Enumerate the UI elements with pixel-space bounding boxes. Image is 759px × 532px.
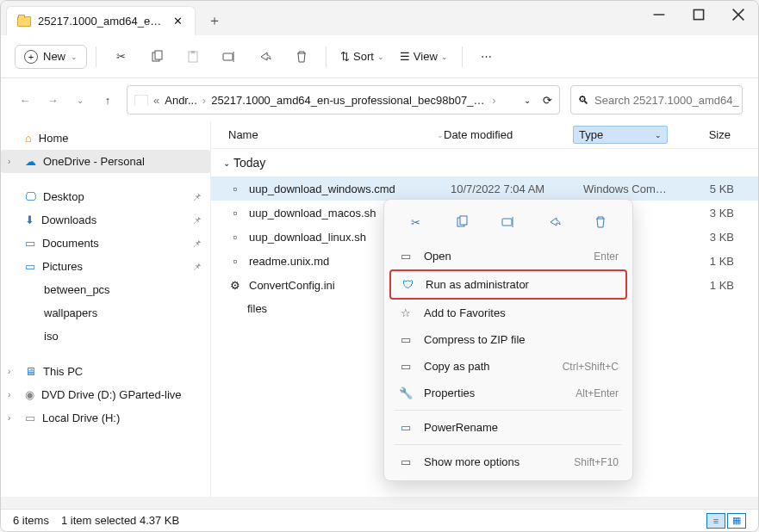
delete-icon[interactable] [286, 41, 317, 72]
new-tab-button[interactable]: ＋ [201, 7, 228, 34]
ctx-copy-path[interactable]: ▭Copy as pathCtrl+Shift+C [389, 353, 627, 380]
breadcrumb-seg[interactable]: Andr... [165, 94, 197, 107]
chevron-right-icon[interactable]: › [8, 413, 10, 423]
chevron-right-icon[interactable]: › [8, 367, 10, 376]
sidebar-item-onedrive[interactable]: ›☁OneDrive - Personal [1, 150, 210, 173]
view-button[interactable]: ☰ View ⌄ [395, 50, 453, 63]
minimize-button[interactable] [639, 1, 679, 28]
details-view-button[interactable]: ≡ [706, 513, 725, 529]
column-name[interactable]: Name⌄ [228, 128, 444, 141]
view-icon: ☰ [400, 50, 410, 63]
pin-icon: 📌︎ [192, 192, 202, 202]
close-button[interactable] [719, 1, 758, 28]
pin-icon: 📌︎ [192, 215, 202, 226]
breadcrumb[interactable]: « Andr... › 25217.1000_amd64_en-us_profe… [127, 85, 560, 114]
sidebar-item-documents[interactable]: ▭Documents📌︎ [1, 232, 210, 255]
ctx-run-as-admin[interactable]: 🛡Run as administrator [389, 269, 627, 300]
svg-rect-7 [191, 51, 195, 53]
home-icon: ⌂ [25, 132, 32, 145]
sidebar-item-local[interactable]: ›▭Local Drive (H:) [1, 406, 210, 430]
title-bar: 25217.1000_amd64_en-us_pro ✕ ＋ [1, 1, 758, 35]
folder-icon [134, 95, 148, 105]
pin-icon: 📌︎ [192, 238, 202, 249]
column-type[interactable]: Type⌄ [573, 126, 668, 144]
star-icon: ☆ [398, 306, 414, 319]
back-button[interactable]: ← [16, 91, 34, 108]
sidebar-item-wallpapers[interactable]: wallpapers [1, 301, 210, 325]
sort-button[interactable]: ⇅ Sort ⌄ [335, 50, 389, 63]
paste-icon[interactable] [177, 41, 208, 72]
file-list: Name⌄ Date modified Type⌄ Size ⌄Today ▫ … [211, 121, 758, 497]
forward-button[interactable]: → [44, 91, 61, 108]
rename-icon[interactable] [496, 210, 520, 234]
plus-icon: + [24, 50, 38, 64]
cut-icon[interactable]: ✂ [404, 210, 428, 234]
sidebar-item-pictures[interactable]: ▭Pictures📌︎ [1, 255, 210, 278]
chevron-down-icon[interactable]: ⌄ [524, 96, 531, 105]
column-date[interactable]: Date modified [444, 128, 573, 141]
folder-icon [25, 286, 37, 294]
copy-icon[interactable] [450, 210, 474, 234]
ctx-powerrename[interactable]: ▭PowerRename [389, 414, 627, 441]
sidebar-item-downloads[interactable]: ⬇Downloads📌︎ [1, 208, 210, 232]
sidebar-item-dvd[interactable]: ›◉DVD Drive (D:) GParted-live [1, 383, 210, 406]
window-tab[interactable]: 25217.1000_amd64_en-us_pro ✕ [6, 6, 196, 35]
wrench-icon: 🔧 [398, 387, 414, 399]
group-header[interactable]: ⌄Today [211, 149, 758, 176]
share-icon[interactable] [543, 210, 567, 234]
copy-icon[interactable] [141, 41, 172, 72]
path-icon: ▭ [398, 360, 414, 373]
sidebar-item-between-pcs[interactable]: between_pcs [1, 278, 210, 301]
delete-icon[interactable] [588, 210, 613, 234]
chevron-right-icon[interactable]: › [8, 157, 10, 166]
downloads-icon: ⬇ [25, 213, 34, 226]
chevron-down-icon: ⌄ [71, 53, 78, 61]
pc-icon: 🖥 [25, 365, 36, 378]
sidebar-item-thispc[interactable]: ›🖥This PC [1, 360, 210, 383]
more-icon[interactable]: ⋯ [471, 41, 502, 72]
up-button[interactable]: ↑ [99, 91, 116, 108]
thumbnails-view-button[interactable]: ▦ [727, 513, 746, 529]
ctx-open[interactable]: ▭OpenEnter [389, 243, 627, 269]
rename-icon: ▭ [398, 421, 414, 434]
sidebar-item-desktop[interactable]: 🖵Desktop📌︎ [1, 185, 210, 208]
share-icon[interactable] [250, 41, 281, 72]
drive-icon: ▭ [25, 411, 35, 424]
breadcrumb-seg[interactable]: 25217.1000_amd64_en-us_professional_bec9… [211, 94, 487, 107]
search-input[interactable]: 🔍︎ [570, 85, 743, 114]
new-button[interactable]: + New ⌄ [15, 45, 87, 69]
ctx-favorites[interactable]: ☆Add to Favorites [389, 300, 627, 326]
svg-rect-8 [223, 53, 233, 60]
sh-file-icon: ▫ [228, 230, 242, 244]
pictures-icon: ▭ [25, 260, 35, 273]
sh-file-icon: ▫ [228, 206, 242, 220]
refresh-icon[interactable]: ⟳ [543, 94, 552, 107]
chevron-down-icon: ⌄ [223, 158, 230, 168]
column-size[interactable]: Size [668, 128, 741, 141]
maximize-button[interactable] [679, 1, 719, 28]
close-tab-icon[interactable]: ✕ [171, 15, 184, 28]
search-field[interactable] [594, 94, 739, 107]
folder-icon [25, 309, 37, 318]
ctx-more-options[interactable]: ▭Show more optionsShift+F10 [389, 448, 627, 475]
folder-icon [25, 332, 37, 341]
rename-icon[interactable] [214, 41, 245, 72]
ctx-compress[interactable]: ▭Compress to ZIP file [389, 326, 627, 353]
documents-icon: ▭ [25, 237, 35, 250]
open-icon: ▭ [398, 250, 414, 263]
svg-rect-12 [502, 219, 512, 226]
ini-file-icon: ⚙ [228, 278, 242, 292]
ctx-properties[interactable]: 🔧PropertiesAlt+Enter [389, 380, 627, 406]
svg-rect-1 [694, 9, 703, 19]
chevron-down-icon[interactable]: ⌄ [72, 91, 89, 108]
chevron-right-icon[interactable]: › [8, 390, 10, 399]
item-count: 6 items [13, 514, 49, 527]
desktop-icon: 🖵 [25, 190, 36, 203]
search-icon: 🔍︎ [578, 94, 589, 107]
file-row[interactable]: ▫ uup_download_windows.cmd 10/7/2022 7:0… [211, 176, 758, 201]
cut-icon[interactable]: ✂ [105, 41, 136, 72]
sidebar-item-home[interactable]: ⌂Home [1, 127, 210, 150]
sort-icon: ⇅ [340, 50, 350, 63]
sidebar-item-iso[interactable]: iso [1, 325, 210, 348]
folder-icon [17, 16, 31, 27]
